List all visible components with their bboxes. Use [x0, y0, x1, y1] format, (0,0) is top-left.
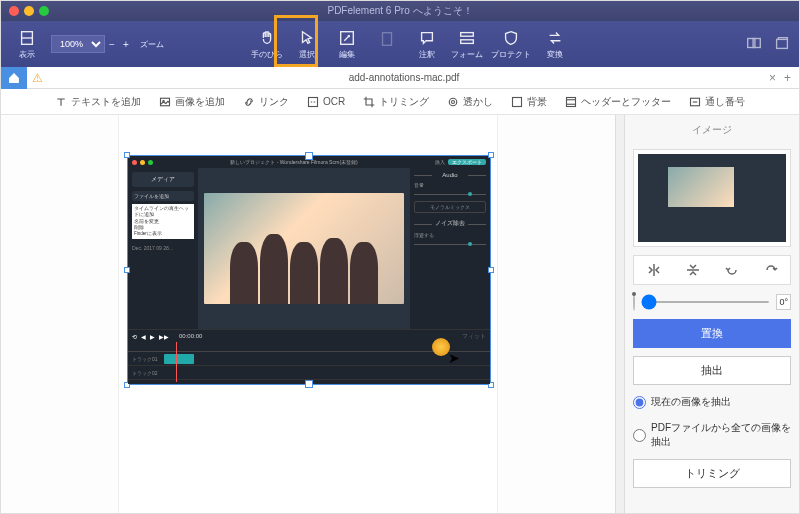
annotate-button[interactable]: 注釈	[407, 29, 447, 60]
svg-rect-6	[748, 39, 755, 48]
ribbon-toolbar: 表示 100% − + ズーム 手のひら 選択 編集 注釈 フォーム プロテクト…	[1, 21, 799, 67]
link-button[interactable]: リンク	[243, 95, 289, 109]
new-tab-button[interactable]: +	[784, 71, 791, 85]
filename-display: add-annotations-mac.pdf	[47, 72, 761, 83]
view-label: 表示	[19, 49, 35, 60]
rotate-left-button[interactable]	[724, 262, 740, 278]
rotation-slider[interactable]	[641, 301, 770, 303]
crop-button[interactable]: トリミング	[633, 459, 791, 488]
edit-icon	[338, 29, 356, 47]
rotation-control: 0°	[633, 293, 791, 311]
rotate-right-button[interactable]	[763, 262, 779, 278]
header-footer-button[interactable]: ヘッダーとフッター	[565, 95, 671, 109]
image-thumbnail[interactable]	[633, 149, 791, 247]
view-button[interactable]: 表示	[7, 29, 47, 60]
extract-current-radio[interactable]: 現在の画像を抽出	[633, 395, 791, 409]
edit-button[interactable]: 編集	[327, 29, 367, 60]
svg-rect-15	[567, 97, 576, 106]
window-title: PDFelement 6 Pro へようこそ！	[1, 4, 799, 18]
watermark-button[interactable]: 透かし	[447, 95, 493, 109]
ribbon-right	[745, 34, 791, 54]
protect-button[interactable]: プロテクト	[487, 29, 535, 60]
annotate-icon	[418, 29, 436, 47]
zoom-in-button[interactable]: +	[119, 37, 133, 51]
shield-icon	[502, 29, 520, 47]
protect-label: プロテクト	[491, 49, 531, 60]
app-window: PDFelement 6 Pro へようこそ！ 表示 100% − + ズーム …	[0, 0, 800, 514]
add-image-button[interactable]: 画像を追加	[159, 95, 225, 109]
combine-icon[interactable]	[745, 34, 763, 52]
convert-button[interactable]: 変換	[535, 29, 575, 60]
form-button[interactable]: フォーム	[447, 29, 487, 60]
zoom-control: 100% − +	[51, 35, 133, 53]
document-area[interactable]: 新しいプロジェクト - Wondershare Filmora Scrn(未登録…	[1, 115, 615, 513]
hand-icon	[258, 29, 276, 47]
content-area: 新しいプロジェクト - Wondershare Filmora Scrn(未登録…	[1, 115, 799, 513]
rotation-dial[interactable]	[633, 293, 635, 311]
ocr-button[interactable]: OCR	[307, 96, 345, 108]
convert-label: 変換	[547, 49, 563, 60]
annotate-label: 注釈	[419, 49, 435, 60]
crop-button[interactable]: トリミング	[363, 95, 429, 109]
form-label: フォーム	[451, 49, 483, 60]
hand-button[interactable]: 手のひら	[247, 29, 287, 60]
tab-controls: × +	[761, 71, 799, 85]
replace-button[interactable]: 置換	[633, 319, 791, 348]
svg-point-12	[449, 98, 457, 106]
svg-rect-4	[461, 32, 474, 36]
transform-buttons	[633, 255, 791, 285]
extract-all-radio[interactable]: PDFファイルから全ての画像を抽出	[633, 421, 791, 449]
hand-label: 手のひら	[251, 49, 283, 60]
extract-button[interactable]: 抽出	[633, 356, 791, 385]
svg-point-13	[452, 100, 455, 103]
zoom-select[interactable]: 100%	[51, 35, 105, 53]
zoom-out-button[interactable]: −	[105, 37, 119, 51]
sidebar-title: イメージ	[633, 123, 791, 137]
svg-rect-3	[383, 32, 392, 45]
pages-icon	[378, 30, 396, 48]
convert-icon	[546, 29, 564, 47]
zoom-label: ズーム	[140, 39, 164, 50]
titlebar: PDFelement 6 Pro へようこそ！	[1, 1, 799, 21]
svg-rect-14	[513, 97, 522, 106]
address-bar: ⚠ add-annotations-mac.pdf × +	[1, 67, 799, 89]
rotation-value[interactable]: 0°	[776, 294, 791, 310]
zoom-button[interactable]: ズーム	[137, 39, 167, 50]
page-button[interactable]	[367, 30, 407, 59]
edit-toolbar: テキストを追加 画像を追加 リンク OCR トリミング 透かし 背景 ヘッダーと…	[1, 89, 799, 115]
image-sidebar: イメージ 0° 置換 抽出 現在の画像を抽出 PDFファイルから全ての画像を抽出…	[624, 115, 799, 513]
flip-horizontal-button[interactable]	[646, 262, 662, 278]
scrollbar[interactable]	[615, 115, 624, 513]
select-label: 選択	[299, 49, 315, 60]
svg-rect-8	[777, 39, 788, 48]
add-text-button[interactable]: テキストを追加	[55, 95, 141, 109]
embedded-screenshot: 新しいプロジェクト - Wondershare Filmora Scrn(未登録…	[128, 156, 490, 384]
batch-icon[interactable]	[773, 34, 791, 52]
svg-rect-7	[753, 39, 760, 48]
home-button[interactable]	[1, 67, 27, 89]
edit-label: 編集	[339, 49, 355, 60]
svg-rect-5	[461, 39, 474, 43]
bates-button[interactable]: 通し番号	[689, 95, 745, 109]
select-button[interactable]: 選択	[287, 29, 327, 60]
page-icon	[18, 29, 36, 47]
form-icon	[458, 29, 476, 47]
cursor-icon	[298, 29, 316, 47]
cursor-icon: ➤	[448, 350, 460, 366]
selected-image[interactable]: 新しいプロジェクト - Wondershare Filmora Scrn(未登録…	[127, 155, 491, 385]
flip-vertical-button[interactable]	[685, 262, 701, 278]
background-button[interactable]: 背景	[511, 95, 547, 109]
pdf-page: 新しいプロジェクト - Wondershare Filmora Scrn(未登録…	[118, 115, 498, 513]
close-tab-button[interactable]: ×	[769, 71, 776, 85]
svg-rect-11	[308, 97, 317, 106]
warning-icon[interactable]: ⚠	[27, 71, 47, 85]
